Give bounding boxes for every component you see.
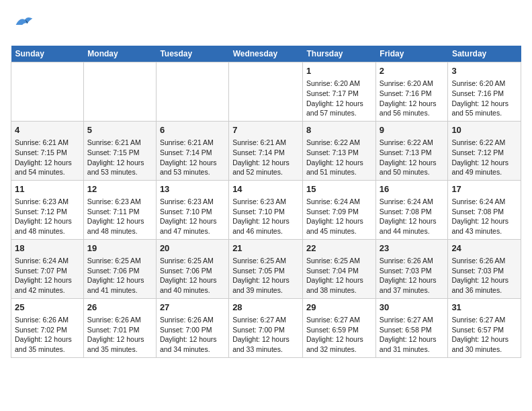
day-info: and 40 minutes. [160,285,225,295]
calendar-cell: 8Sunrise: 6:22 AMSunset: 7:13 PMDaylight… [303,121,376,180]
day-info: Sunset: 7:03 PM [451,266,517,276]
day-number: 7 [232,124,299,136]
page-header [11,11,521,39]
day-info: Sunset: 7:14 PM [232,148,299,158]
calendar-cell: 6Sunrise: 6:21 AMSunset: 7:14 PMDaylight… [156,121,228,180]
day-info: and 48 minutes. [87,226,152,236]
day-info: Daylight: 12 hours [160,216,225,226]
day-info: Daylight: 12 hours [380,275,445,285]
calendar-cell: 24Sunrise: 6:26 AMSunset: 7:03 PMDayligh… [448,239,521,298]
day-info: Daylight: 12 hours [306,334,372,345]
day-number: 9 [380,124,445,136]
day-info: Sunset: 7:00 PM [160,325,225,335]
day-info: Daylight: 12 hours [15,216,80,226]
calendar-cell [11,62,84,122]
day-info: Daylight: 12 hours [87,334,152,345]
day-info: Sunrise: 6:23 AM [87,197,152,207]
day-info: Daylight: 12 hours [160,158,225,168]
day-info: and 47 minutes. [160,226,225,236]
day-number: 8 [306,124,372,136]
day-info: Sunset: 7:16 PM [451,89,517,99]
day-info: Sunrise: 6:27 AM [451,315,517,325]
day-number: 20 [160,242,225,255]
day-info: Daylight: 12 hours [306,275,372,285]
day-info: Sunset: 7:07 PM [15,266,80,276]
day-info: Sunrise: 6:24 AM [380,197,445,207]
day-number: 31 [451,302,517,314]
day-number: 16 [380,183,445,195]
day-info: Sunrise: 6:26 AM [160,315,225,325]
day-info: Daylight: 12 hours [87,275,152,285]
day-info: Sunrise: 6:25 AM [306,256,372,266]
calendar-cell [156,62,228,122]
day-info: Daylight: 12 hours [451,334,517,345]
day-info: and 53 minutes. [160,167,225,177]
day-info: Daylight: 12 hours [232,216,299,226]
day-info: and 54 minutes. [15,167,80,177]
calendar-cell: 17Sunrise: 6:24 AMSunset: 7:08 PMDayligh… [448,180,521,239]
day-info: and 46 minutes. [232,226,299,236]
day-info: and 41 minutes. [87,285,152,295]
day-info: Sunset: 7:08 PM [380,207,445,217]
calendar-cell: 21Sunrise: 6:25 AMSunset: 7:05 PMDayligh… [229,239,303,298]
day-number: 13 [160,183,225,195]
day-info: Sunrise: 6:20 AM [451,79,517,89]
day-number: 30 [380,302,445,314]
day-number: 26 [87,302,152,314]
day-number: 6 [160,124,225,136]
calendar-cell: 27Sunrise: 6:26 AMSunset: 7:00 PMDayligh… [156,298,228,357]
day-info: and 50 minutes. [380,167,445,177]
day-info: and 49 minutes. [451,167,517,177]
day-info: Sunrise: 6:22 AM [380,138,445,148]
day-info: Sunrise: 6:27 AM [232,315,299,325]
day-number: 21 [232,242,299,255]
calendar-cell: 9Sunrise: 6:22 AMSunset: 7:13 PMDaylight… [375,121,448,180]
day-info: and 45 minutes. [306,226,372,236]
day-info: and 44 minutes. [380,226,445,236]
day-info: Sunrise: 6:26 AM [87,315,152,325]
day-info: Sunrise: 6:20 AM [306,79,372,89]
day-info: Sunset: 6:59 PM [306,325,372,335]
calendar-cell: 12Sunrise: 6:23 AMSunset: 7:11 PMDayligh… [83,180,156,239]
weekday-header-tuesday: Tuesday [156,46,228,62]
day-info: Sunset: 7:04 PM [306,266,372,276]
day-info: and 56 minutes. [380,108,445,118]
day-info: and 38 minutes. [306,285,372,295]
day-info: Sunset: 7:14 PM [160,148,225,158]
calendar-cell: 10Sunrise: 6:22 AMSunset: 7:12 PMDayligh… [448,121,521,180]
weekday-header-friday: Friday [375,46,448,62]
day-info: Daylight: 12 hours [306,158,372,168]
calendar-week-2: 4Sunrise: 6:21 AMSunset: 7:15 PMDaylight… [11,121,521,180]
day-info: Sunrise: 6:21 AM [232,138,299,148]
day-info: and 35 minutes. [87,345,152,355]
day-info: and 53 minutes. [87,167,152,177]
day-info: Sunrise: 6:21 AM [160,138,225,148]
day-number: 25 [15,302,80,314]
day-info: and 42 minutes. [15,285,80,295]
day-info: and 43 minutes. [451,226,517,236]
day-info: Daylight: 12 hours [15,275,80,285]
weekday-header-saturday: Saturday [448,46,521,62]
calendar-cell: 4Sunrise: 6:21 AMSunset: 7:15 PMDaylight… [11,121,84,180]
calendar-week-1: 1Sunrise: 6:20 AMSunset: 7:17 PMDaylight… [11,62,521,122]
day-info: Sunrise: 6:23 AM [232,197,299,207]
day-number: 4 [15,124,80,136]
day-info: Daylight: 12 hours [87,216,152,226]
day-info: and 51 minutes. [306,167,372,177]
day-info: Sunrise: 6:26 AM [15,315,80,325]
day-info: Sunrise: 6:25 AM [87,256,152,266]
day-info: Sunset: 7:09 PM [306,207,372,217]
day-number: 22 [306,242,372,255]
weekday-header-monday: Monday [83,46,156,62]
day-number: 10 [451,124,517,136]
calendar-cell: 1Sunrise: 6:20 AMSunset: 7:17 PMDaylight… [303,62,376,122]
day-info: Sunset: 7:15 PM [15,148,80,158]
calendar-cell: 16Sunrise: 6:24 AMSunset: 7:08 PMDayligh… [375,180,448,239]
day-number: 1 [306,65,372,77]
calendar-cell: 28Sunrise: 6:27 AMSunset: 7:00 PMDayligh… [229,298,303,357]
day-info: and 37 minutes. [380,285,445,295]
day-number: 28 [232,302,299,314]
day-number: 19 [87,242,152,255]
day-info: Sunrise: 6:22 AM [306,138,372,148]
day-info: and 36 minutes. [451,285,517,295]
